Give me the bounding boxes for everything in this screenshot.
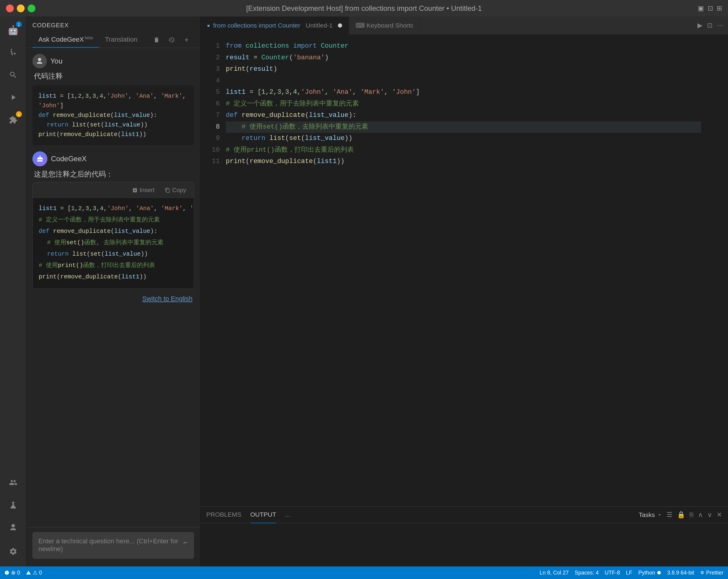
code-line-10: # 使用print()函数，打印出去重后的列表 (226, 144, 701, 156)
status-spaces[interactable]: Spaces: 4 (575, 570, 599, 576)
status-prettier[interactable]: Prettier (700, 570, 724, 576)
svg-point-0 (657, 571, 661, 575)
prettier-icon (700, 571, 704, 575)
warning-icon (26, 570, 31, 575)
tab-output[interactable]: OUTPUT (250, 506, 276, 523)
bottom-panel: PROBLEMS OUTPUT ... Tasks ☰ 🔒 ⎘ ∧ ∨ ✕ (200, 506, 728, 567)
editor-tab-filename: from collections import Counter (213, 22, 301, 29)
code-toolbar: Insert Copy (33, 182, 194, 198)
switch-to-english-link[interactable]: Switch to English (32, 292, 194, 306)
copy-button[interactable]: Copy (162, 185, 189, 195)
sidebar-item-testing[interactable] (3, 495, 24, 516)
user-code-block: list1 = [1,2,3,3,4,'John', 'Ana', 'Mark'… (32, 85, 194, 145)
window-controls[interactable] (6, 4, 35, 12)
run-code-icon[interactable]: ▶ (697, 22, 703, 29)
code-line-9: return list(set(list_value)) (226, 133, 701, 144)
input-area: Enter a technical question here... (Ctrl… (26, 527, 200, 567)
sidebar-item-settings[interactable] (3, 541, 24, 562)
editor-tab-modified-dot (338, 23, 342, 28)
title-bar-right: ▣ ⊡ ⊞ (698, 4, 722, 12)
new-chat-button[interactable]: + (179, 32, 194, 47)
delete-chat-button[interactable] (149, 32, 164, 47)
activity-bar: 🤖 1 1 (0, 17, 26, 567)
more-actions-icon[interactable]: ⋯ (717, 22, 724, 29)
minimize-button[interactable] (17, 4, 25, 12)
code-line-4 (226, 75, 701, 87)
editor-content[interactable]: from collections import Counter result =… (223, 34, 704, 506)
editor-tab-keyboard[interactable]: ⌨ Keyboard Shortc (349, 17, 420, 34)
maximize-button[interactable] (28, 4, 35, 12)
user-name: You (50, 57, 63, 65)
list-layout-icon[interactable]: ☰ (667, 511, 673, 519)
python-file-icon: ● (207, 23, 210, 29)
code-editor: 1 2 3 4 5 6 7 8 9 10 11 from collections… (200, 34, 728, 506)
settings-icon (9, 547, 18, 556)
tab-ask-codegeex[interactable]: Ask CodeGeeXbeta (32, 32, 99, 48)
code-line-8: # 使用set()函数，去除列表中重复的元素 (226, 121, 701, 133)
panel-layout-icon[interactable]: ▣ (698, 4, 704, 12)
status-language[interactable]: Python (638, 570, 661, 576)
line-num-10: 10 (206, 144, 220, 156)
editor-tab-extra: ▶ ⊡ ⋯ (693, 17, 728, 34)
bottom-panel-content (200, 523, 728, 567)
send-icon[interactable]: ⌐ (183, 538, 188, 547)
status-warnings[interactable]: ⚠ 0 (26, 570, 42, 576)
annotated-code: list1 = [1,2,3,3,4,'John', 'Ana', 'Mark'… (33, 198, 194, 288)
tab-translation[interactable]: Translation (99, 32, 143, 48)
sidebar-item-source-control[interactable] (3, 42, 24, 63)
tab-problems[interactable]: PROBLEMS (206, 506, 241, 523)
extensions-icon (9, 116, 18, 124)
bot-header: CodeGeeX (32, 151, 194, 166)
tab-bar: Ask CodeGeeXbeta Translation + (26, 29, 200, 48)
close-panel-icon[interactable]: ✕ (717, 511, 722, 519)
status-python-version[interactable]: 3.8.9 64-bit (667, 570, 694, 576)
status-cursor[interactable]: Ln 8, Col 27 (540, 570, 569, 576)
search-icon (9, 71, 18, 79)
chat-area: You 代码注释 list1 = [1,2,3,3,4,'John', 'Ana… (26, 48, 200, 527)
copy-icon (165, 188, 170, 193)
sidebar-item-run[interactable] (3, 87, 24, 108)
chat-input-box[interactable]: Enter a technical question here... (Ctrl… (32, 532, 194, 559)
line-num-8: 8 (206, 121, 220, 133)
status-bar-right: Ln 8, Col 27 Spaces: 4 UTF-8 LF Python 3… (540, 570, 724, 576)
bot-name: CodeGeeX (51, 155, 87, 163)
bottom-panel-actions: Tasks ☰ 🔒 ⎘ ∧ ∨ ✕ (639, 511, 722, 519)
codegeex-panel: CODEGEEX Ask CodeGeeXbeta Translation + (26, 17, 200, 567)
sidebar-item-search[interactable] (3, 64, 24, 85)
insert-button[interactable]: Insert (129, 185, 157, 195)
run-icon (9, 93, 18, 102)
user-message: You 代码注释 list1 = [1,2,3,3,4,'John', 'Ana… (32, 54, 194, 145)
panel-down-icon[interactable]: ∨ (707, 511, 712, 519)
panel-up-icon[interactable]: ∧ (698, 511, 703, 519)
status-bar: ⊗ 0 ⚠ 0 Ln 8, Col 27 Spaces: 4 UTF-8 LF … (0, 567, 728, 579)
sidebar-item-collaboration[interactable] (3, 472, 24, 493)
editor-tab-main[interactable]: ● from collections import Counter Untitl… (200, 17, 349, 34)
lock-icon[interactable]: 🔒 (677, 511, 685, 519)
python-logo-icon (657, 571, 661, 575)
status-encoding[interactable]: UTF-8 (605, 570, 620, 576)
panel-header: CODEGEEX (26, 17, 200, 29)
user-request-text: 代码注释 (32, 71, 194, 81)
task-selector[interactable]: Tasks (639, 511, 662, 519)
layout-icon[interactable]: ⊞ (717, 4, 722, 12)
history-button[interactable] (164, 32, 179, 47)
split-editor-icon[interactable]: ⊡ (708, 4, 713, 12)
chat-input[interactable]: Enter a technical question here... (Ctrl… (38, 537, 181, 553)
collaboration-icon (9, 478, 18, 487)
sidebar-item-extensions[interactable]: 1 (3, 109, 24, 130)
close-button[interactable] (6, 4, 14, 12)
title-bar: [Extension Development Host] from collec… (0, 0, 728, 17)
line-num-6: 6 (206, 98, 220, 110)
editor-tab-untitled: Untitled-1 (306, 22, 333, 29)
tab-more[interactable]: ... (285, 506, 290, 523)
editor-tab-bar: ● from collections import Counter Untitl… (200, 17, 728, 34)
status-line-ending[interactable]: LF (626, 570, 632, 576)
sidebar-item-account[interactable] (3, 517, 24, 538)
extensions-badge: 1 (16, 111, 22, 117)
status-errors[interactable]: ⊗ 0 (4, 570, 20, 576)
copy-output-icon[interactable]: ⎘ (690, 511, 694, 519)
bot-intro-text: 这是您注释之后的代码： (32, 169, 194, 179)
sidebar-item-codegeex[interactable]: 🤖 1 (3, 20, 24, 40)
line-num-11: 11 (206, 156, 220, 168)
split-editor-icon[interactable]: ⊡ (707, 22, 712, 29)
